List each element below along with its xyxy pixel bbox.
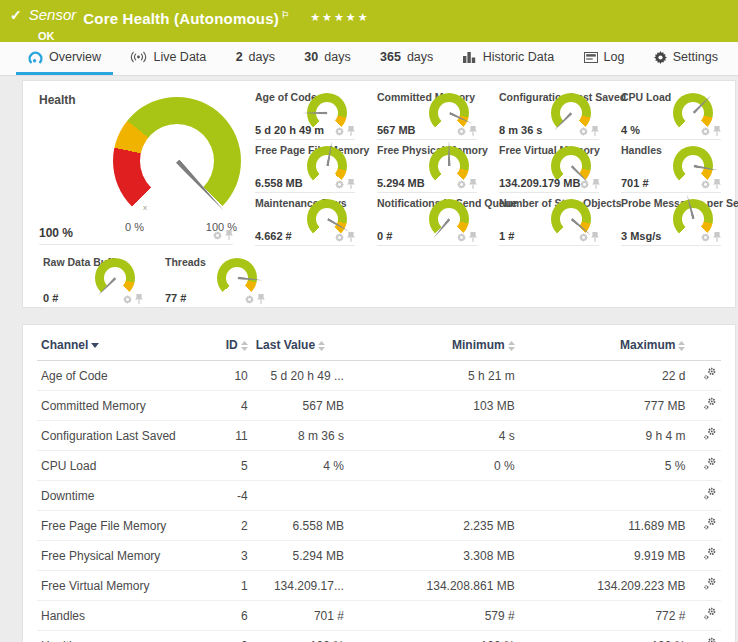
column-header-maximum[interactable]: Maximum — [519, 329, 690, 361]
gear-icon[interactable] — [335, 180, 344, 189]
gear-icon[interactable] — [579, 233, 588, 242]
edit-channel-icon[interactable] — [703, 517, 717, 531]
pin-icon[interactable] — [591, 126, 599, 136]
pin-icon[interactable] — [469, 126, 477, 136]
table-row-health: Health0100 %100 %100 % — [37, 631, 721, 642]
gear-icon[interactable] — [701, 233, 710, 242]
edit-channel-icon[interactable] — [703, 637, 717, 642]
gauge-tile-cpu-load[interactable]: CPU Load4 % — [607, 87, 729, 140]
gear-icon[interactable] — [580, 180, 589, 189]
gear-icon[interactable] — [701, 127, 710, 136]
edit-channel-icon[interactable] — [703, 577, 717, 591]
pin-icon[interactable] — [347, 179, 355, 189]
cell-maximum — [519, 481, 690, 511]
cell-channel: Downtime — [37, 481, 211, 511]
table-row-committed-memory: Committed Memory4567 MB103 MB777 MB — [37, 391, 721, 421]
pin-icon[interactable] — [469, 232, 477, 242]
gauge-grid: Age of Code5 d 20 h 49 mCommitted Memory… — [241, 87, 735, 246]
cell-minimum — [348, 481, 519, 511]
edit-channel-icon[interactable] — [703, 487, 717, 501]
pin-icon[interactable] — [713, 126, 721, 136]
pin-icon[interactable] — [257, 294, 265, 304]
pin-icon[interactable] — [591, 232, 599, 242]
table-row-configuration-last-saved: Configuration Last Saved118 m 36 s4 s9 h… — [37, 421, 721, 451]
pin-icon[interactable] — [225, 230, 233, 240]
edit-channel-icon[interactable] — [703, 397, 717, 411]
gauge-tile-free-physical-memory[interactable]: Free Physical Memory5.294 MB — [363, 140, 485, 193]
tab-log[interactable]: Log — [572, 42, 637, 75]
cell-channel: Free Physical Memory — [37, 541, 211, 571]
tab-overview[interactable]: Overview — [16, 42, 113, 75]
gauge-tile-threads[interactable]: Threads77 # — [151, 252, 273, 308]
pin-icon[interactable] — [469, 179, 477, 189]
gauge-tile-notifications-in-send-queue[interactable]: Notifications in Send Queue0 # — [363, 193, 485, 246]
gear-icon[interactable] — [701, 180, 710, 189]
tab-2-days[interactable]: 2days — [224, 42, 287, 75]
cell-last-value: 701 # — [252, 601, 348, 631]
gear-icon[interactable] — [457, 180, 466, 189]
gauge-extra-row: Raw Data Buffer0 #Threads77 # — [29, 252, 735, 308]
cell-last-value: 5.294 MB — [252, 541, 348, 571]
status-check-icon: ✓ — [10, 5, 22, 25]
gauge-tile-probe-messages-per-second[interactable]: Probe Messages per Second3 Msg/s — [607, 193, 729, 246]
pin-icon[interactable] — [713, 179, 721, 189]
gear-icon[interactable] — [579, 127, 588, 136]
gauge-tile-committed-memory[interactable]: Committed Memory567 MB — [363, 87, 485, 140]
cell-id: 2 — [211, 511, 252, 541]
gauge-tile-free-virtual-memory[interactable]: Free Virtual Memory134.209.179 MB — [485, 140, 607, 193]
gear-icon[interactable] — [457, 127, 466, 136]
tab-settings[interactable]: Settings — [642, 42, 730, 75]
cell-last-value: 567 MB — [252, 391, 348, 421]
gauge-tile-raw-data-buffer[interactable]: Raw Data Buffer0 # — [29, 252, 151, 308]
gear-icon[interactable] — [213, 231, 222, 240]
cell-maximum: 22 d — [519, 361, 690, 391]
column-header-last-value[interactable]: Last Value — [252, 329, 348, 361]
cell-id: 1 — [211, 571, 252, 601]
cell-channel: CPU Load — [37, 451, 211, 481]
priority-stars[interactable]: ★★★★★ — [310, 5, 369, 27]
pin-icon[interactable] — [347, 232, 355, 242]
edit-channel-icon[interactable] — [703, 367, 717, 381]
edit-channel-icon[interactable] — [703, 607, 717, 621]
column-label: Channel — [41, 338, 88, 352]
cell-minimum: 0 % — [348, 451, 519, 481]
tab-365-days[interactable]: 365days — [368, 42, 445, 75]
pin-icon[interactable] — [592, 179, 600, 189]
pin-icon[interactable] — [347, 126, 355, 136]
cell-id: 5 — [211, 451, 252, 481]
log-icon — [584, 52, 598, 63]
gauge-tile-maintenance-days[interactable]: Maintenance Days4.662 # — [241, 193, 363, 246]
gear-icon[interactable] — [123, 295, 132, 304]
column-header-id[interactable]: ID — [211, 329, 252, 361]
pin-icon[interactable] — [713, 232, 721, 242]
column-header-minimum[interactable]: Minimum — [348, 329, 519, 361]
tile-value: 8 m 36 s — [499, 124, 542, 136]
tile-value: 77 # — [165, 292, 186, 304]
gear-icon[interactable] — [457, 233, 466, 242]
tab-live-data[interactable]: Live Data — [118, 42, 218, 75]
edit-channel-icon[interactable] — [703, 427, 717, 441]
pin-icon[interactable] — [135, 294, 143, 304]
gear-icon[interactable] — [335, 127, 344, 136]
gauge-tile-age-of-code[interactable]: Age of Code5 d 20 h 49 m — [241, 87, 363, 140]
edit-channel-icon[interactable] — [703, 547, 717, 561]
gauge-tile-number-of-state-objects[interactable]: Number of State Objects1 # — [485, 193, 607, 246]
cell-id: -4 — [211, 481, 252, 511]
gauge-tile-free-page-file-memory[interactable]: Free Page File Memory6.558 MB — [241, 140, 363, 193]
tile-value: 3 Msg/s — [621, 230, 661, 242]
gear-icon[interactable] — [245, 295, 254, 304]
status-badge: OK — [38, 29, 728, 43]
tile-value: 701 # — [621, 177, 649, 189]
tab-30-days[interactable]: 30days — [292, 42, 362, 75]
tab-historic-data[interactable]: Historic Data — [451, 42, 567, 75]
column-header-edit — [689, 329, 721, 361]
gear-icon[interactable] — [335, 233, 344, 242]
cell-minimum: 579 # — [348, 601, 519, 631]
gauge-tile-health[interactable]: Health x 0 % 100 % 100 % — [29, 87, 241, 245]
column-header-channel[interactable]: Channel — [37, 329, 211, 361]
live-icon — [130, 51, 147, 63]
flag-icon[interactable]: ⚐ — [281, 10, 289, 20]
edit-channel-icon[interactable] — [703, 457, 717, 471]
gauge-tile-handles[interactable]: Handles701 # — [607, 140, 729, 193]
gauge-tile-configuration-last-saved[interactable]: Configuration Last Saved8 m 36 s — [485, 87, 607, 140]
